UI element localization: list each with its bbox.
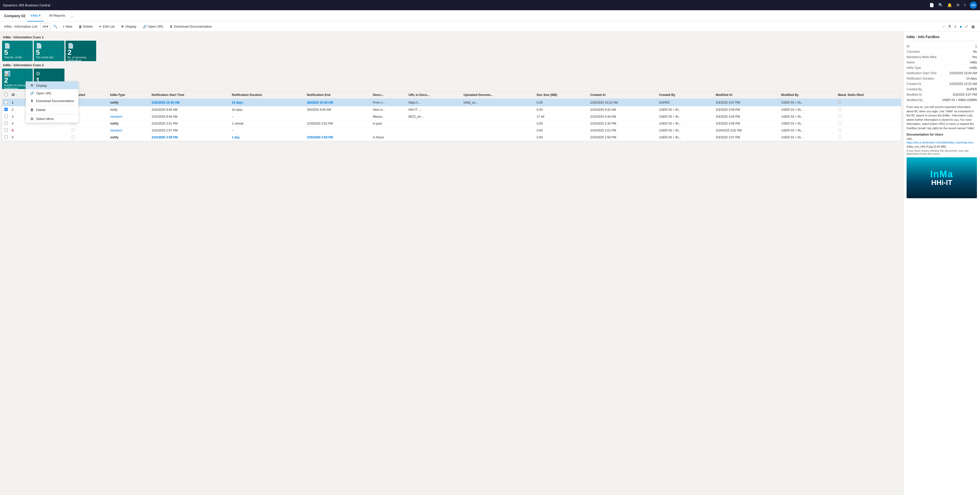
circle-icon[interactable]: ●	[959, 23, 963, 30]
row-4-createdby: USER 03 + IN...	[657, 120, 714, 127]
row-1-mand-check[interactable]	[838, 100, 842, 104]
filter-list-icon[interactable]: ⚗	[947, 23, 952, 30]
company-name: Company 02	[4, 14, 25, 18]
filter-dropdown[interactable]: All ▾	[40, 23, 51, 30]
select-more-menu-label: Select More	[36, 117, 54, 121]
cue-this-month-info[interactable]: 📄 5 This month Info	[34, 41, 64, 61]
tab-inma[interactable]: InMa ▾	[27, 10, 44, 21]
nav-more-button[interactable]: ...	[70, 13, 74, 18]
col-notifend-header[interactable]: Notification End	[305, 91, 371, 99]
download-doc-menu-label: Download Documentation	[36, 99, 74, 103]
table-row[interactable]: 6 notify 2/24/3000 3:59 PM 1 day 2/25/30…	[2, 134, 901, 141]
factbox-doc-url[interactable]: https://bhi-it.de/html/en-US/InMa/InMa_U…	[907, 141, 977, 144]
row-5-notifend	[305, 127, 371, 134]
row-1-notifend: 3/6/2025 10:40 AM	[305, 99, 371, 107]
bell-icon[interactable]: 🔔	[947, 3, 952, 7]
share-icon[interactable]: ↑	[942, 23, 946, 30]
row-checkbox-cell	[2, 113, 10, 120]
row-2-checkbox[interactable]	[4, 108, 8, 111]
context-menu-download-doc[interactable]: ⬇ Download Documentation	[26, 97, 78, 105]
row-5-canceled-check[interactable]	[72, 129, 75, 132]
col-descr-header[interactable]: Descr...	[371, 91, 407, 99]
cue-total-info[interactable]: 📄 5 Total No. of Info	[2, 41, 33, 61]
delete-icon: 🗑	[78, 25, 82, 29]
col-modifiedat-header[interactable]: Modified At	[714, 91, 779, 99]
row-2-notifstart: 2/24/2025 9:45 AM	[150, 107, 230, 113]
table-row[interactable]: 3 standard 2/24/2025 9:44 AM – Messa... …	[2, 113, 901, 120]
col-notifstart-header[interactable]: Notification Start Time	[150, 91, 230, 99]
display-menu-icon: 👁	[30, 83, 34, 88]
row-4-mand-check[interactable]	[838, 121, 842, 125]
col-checkbox[interactable]	[2, 91, 10, 99]
cue-upcoming-notifications[interactable]: 📄 2 No. of upcoming Notifications	[65, 41, 96, 61]
row-1-url: https://...	[406, 99, 461, 107]
row-1-notifduration: 14 days	[230, 99, 305, 107]
col-docsize-header[interactable]: Doc Size (MB)	[535, 91, 588, 99]
cues-row-2: 📊 2 Number of running Notifications ⚙ 1 …	[2, 68, 901, 89]
col-url-header[interactable]: URL to Docu...	[406, 91, 461, 99]
new-button[interactable]: + New	[60, 23, 75, 30]
context-menu-delete[interactable]: 🗑 Delete	[26, 106, 78, 114]
expand-icon[interactable]: ⤢	[964, 23, 969, 30]
col-createdby-header[interactable]: Created By	[657, 91, 714, 99]
context-menu-select-more[interactable]: ⊞ Select More	[26, 115, 78, 123]
row-6-canceled-check[interactable]	[72, 135, 75, 138]
list-view-icon[interactable]: ≡	[953, 23, 958, 30]
edit-list-button[interactable]: ✏ Edit List	[96, 23, 117, 30]
download-doc-button[interactable]: ⬇ Download Documentation	[167, 23, 214, 30]
row-6-checkbox[interactable]	[4, 135, 8, 138]
delete-menu-icon: 🗑	[30, 108, 34, 112]
col-mandfields-header[interactable]: Mand. fields filled	[836, 91, 901, 99]
row-2-mand-check[interactable]	[838, 108, 842, 111]
row-3-uploaded	[461, 113, 535, 120]
row-3-checkbox[interactable]	[4, 115, 8, 118]
col-inmatype-header[interactable]: InMa-Type	[108, 91, 150, 99]
table-row[interactable]: 2 notify 2/24/2025 9:45 AM 10 days 3/6/2…	[2, 107, 901, 113]
row-6-mandfields	[836, 134, 901, 141]
row-6-mand-check[interactable]	[838, 135, 842, 138]
factbox-createdat-label: Created At	[907, 82, 942, 86]
context-menu-open-url[interactable]: 🔗 Open URL	[26, 89, 78, 97]
delete-button[interactable]: 🗑 Delete	[76, 23, 95, 30]
tab-all-reports[interactable]: All Reports	[46, 10, 68, 21]
col-createdat-header[interactable]: Created At	[588, 91, 657, 99]
settings-icon[interactable]: ⚙	[956, 3, 959, 7]
row-checkbox-cell	[2, 107, 10, 113]
row-5-mand-check[interactable]	[838, 129, 842, 132]
select-all-checkbox[interactable]	[4, 93, 8, 96]
table-row[interactable]: 5 standard 2/24/2025 2:57 PM – 0.00 2/24…	[2, 127, 901, 134]
col-modifiedby-header[interactable]: Modified By	[779, 91, 836, 99]
row-5-inmatype: standard	[108, 127, 150, 134]
panel-icon[interactable]: ▣	[970, 23, 976, 30]
factbox-row-notifstart: Notification Start Time 2/20/2025 10:40 …	[907, 71, 977, 76]
edit-list-label: Edit List	[103, 25, 115, 29]
main-area: InMa - Information Cues 1 📄 5 Total No. …	[0, 32, 903, 495]
search-list-button[interactable]: 🔍	[52, 23, 59, 30]
row-4-inmatype: notify	[108, 120, 150, 127]
row-4-checkbox[interactable]	[4, 121, 8, 125]
row-1-checkbox[interactable]	[4, 100, 8, 104]
help-icon[interactable]: ?	[964, 3, 966, 7]
row-1-createdat: 2/20/2025 10:22 AM	[588, 99, 657, 107]
open-url-button[interactable]: 🔗 Open URL	[140, 23, 166, 30]
document-icon[interactable]: 📄	[929, 3, 934, 7]
row-1-modifiedat: 3/3/2025 3:07 PM	[714, 99, 779, 107]
user-avatar[interactable]: UO	[970, 2, 977, 9]
filter-label: All	[43, 25, 46, 29]
table-row[interactable]: 4 notify 2/24/2025 3:01 PM 1 minute 2/24…	[2, 120, 901, 127]
factbox-row-name: Name InMa	[907, 60, 977, 65]
search-topbar-icon[interactable]: 🔍	[938, 3, 943, 7]
cues-row-1: 📄 5 Total No. of Info 📄 5 This month Inf…	[2, 41, 901, 61]
factbox-row-id: ID 1	[907, 44, 977, 49]
row-2-notifend: 3/6/2025 9:45 AM	[305, 107, 371, 113]
col-notifduration-header[interactable]: Notification Duration	[230, 91, 305, 99]
table-row[interactable]: 1 ⋯ InMa notify 2/20/2025 10:40 AM 14 da…	[2, 99, 901, 107]
display-button[interactable]: 👁 Display	[118, 23, 139, 30]
row-2-notifduration: 10 days	[230, 107, 305, 113]
row-5-checkbox[interactable]	[4, 129, 8, 132]
context-menu-display[interactable]: 👁 Display	[26, 81, 78, 89]
row-3-mand-check[interactable]	[838, 115, 842, 118]
factbox-row-canceled: Canceled No	[907, 49, 977, 54]
col-uploaded-header[interactable]: Uploaded Docume...	[461, 91, 535, 99]
row-4-url	[406, 120, 461, 127]
